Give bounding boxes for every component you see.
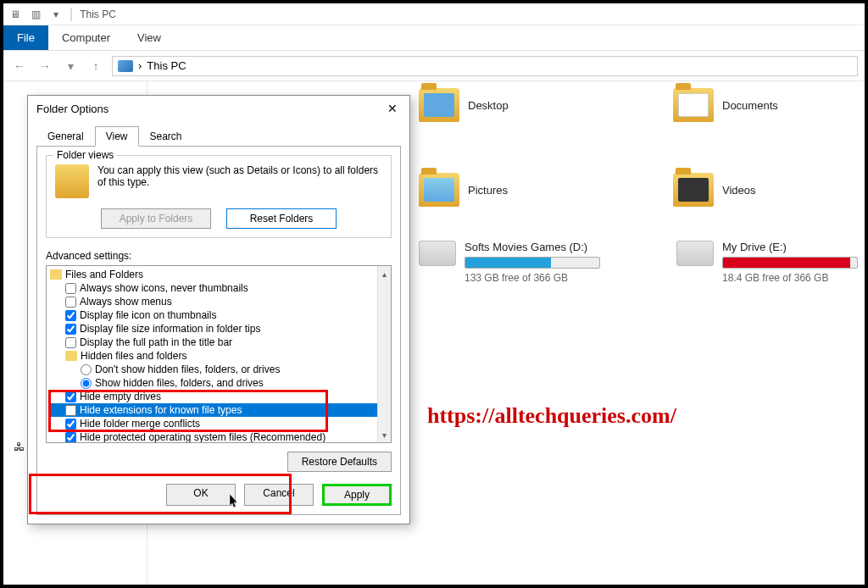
adv-display-file-icon[interactable]: Display file icon on thumbnails xyxy=(50,308,387,322)
drive-e[interactable]: My Drive (E:) 18.4 GB free of 366 GB xyxy=(676,241,858,284)
breadcrumb-chevron: › xyxy=(138,59,142,72)
tab-file[interactable]: File xyxy=(3,25,48,50)
dialog-tab-view[interactable]: View xyxy=(95,126,139,147)
folder-documents[interactable]: Documents xyxy=(673,88,843,122)
nav-up[interactable]: ↑ xyxy=(86,57,105,75)
drive-icon xyxy=(419,241,456,266)
folder-pictures[interactable]: Pictures xyxy=(419,173,588,207)
watermark: https://alltechqueries.com/ xyxy=(427,403,676,429)
checkbox[interactable] xyxy=(65,432,76,443)
nav-back[interactable]: ← xyxy=(10,57,29,75)
checkbox[interactable] xyxy=(65,405,76,416)
nav-forward[interactable]: → xyxy=(36,57,54,75)
folder-label: Pictures xyxy=(468,184,508,197)
checkbox[interactable] xyxy=(65,337,76,348)
folder-mini-icon xyxy=(65,351,77,361)
adv-hide-merge[interactable]: Hide folder merge conflicts xyxy=(50,417,387,430)
network-icon: 🖧 xyxy=(14,441,25,453)
folder-views-group: Folder views You can apply this view (su… xyxy=(46,155,392,238)
checkbox[interactable] xyxy=(65,283,76,294)
drive-free: 133 GB free of 366 GB xyxy=(465,272,600,284)
adv-hide-extensions[interactable]: Hide extensions for known file types xyxy=(50,403,387,417)
folder-label: Videos xyxy=(722,184,756,197)
close-icon[interactable]: ✕ xyxy=(384,100,401,117)
navbar: ← → ▾ ↑ › This PC xyxy=(3,51,865,81)
folder-label: Desktop xyxy=(468,99,509,112)
ribbon: File Computer View xyxy=(3,25,865,51)
pc-icon: 🖥 xyxy=(8,8,22,21)
folder-icon xyxy=(419,88,459,122)
drive-bar xyxy=(465,257,600,269)
drive-free: 18.4 GB free of 366 GB xyxy=(722,272,858,284)
tab-view[interactable]: View xyxy=(124,25,175,50)
restore-defaults-button[interactable]: Restore Defaults xyxy=(287,452,392,472)
nav-recent[interactable]: ▾ xyxy=(61,57,80,75)
drive-name: Softs Movies Games (D:) xyxy=(465,241,600,253)
titlebar: 🖥 ▥ ▾ | This PC xyxy=(3,3,865,25)
advanced-settings-box: Files and Folders Always show icons, nev… xyxy=(46,265,392,443)
adv-always-icons[interactable]: Always show icons, never thumbnails xyxy=(50,281,387,295)
address-bar[interactable]: › This PC xyxy=(112,56,858,76)
checkbox[interactable] xyxy=(65,324,76,335)
adv-display-file-size[interactable]: Display file size information in folder … xyxy=(50,322,387,336)
folder-videos[interactable]: Videos xyxy=(673,173,843,207)
dialog-tab-general[interactable]: General xyxy=(36,126,95,147)
folder-desktop[interactable]: Desktop xyxy=(419,88,588,122)
dialog-buttons: OK Cancel Apply xyxy=(46,484,392,506)
folder-mini-icon xyxy=(50,269,62,280)
adv-hide-empty[interactable]: Hide empty drives xyxy=(50,390,387,403)
advanced-settings-label: Advanced settings: xyxy=(46,250,392,262)
folder-icon xyxy=(673,173,714,207)
checkbox[interactable] xyxy=(65,419,76,430)
folder-views-icon xyxy=(55,164,89,198)
checkbox[interactable] xyxy=(65,297,76,308)
checkbox[interactable] xyxy=(65,310,76,321)
path-text: This PC xyxy=(147,59,186,72)
scroll-up-icon[interactable]: ▴ xyxy=(378,266,391,281)
adv-files-folders: Files and Folders xyxy=(50,268,387,281)
dialog-tabs: General View Search xyxy=(36,126,401,147)
drive-bar xyxy=(722,257,858,269)
adv-display-full-path[interactable]: Display the full path in the title bar xyxy=(50,336,387,349)
folder-views-text: You can apply this view (such as Details… xyxy=(97,164,382,188)
window-title: This PC xyxy=(80,8,116,20)
dialog-body: Folder views You can apply this view (su… xyxy=(36,146,401,515)
qat-dropdown-icon[interactable]: ▾ xyxy=(49,8,63,21)
drive-d[interactable]: Softs Movies Games (D:) 133 GB free of 3… xyxy=(419,241,600,284)
drive-name: My Drive (E:) xyxy=(722,241,858,253)
divider: | xyxy=(70,7,73,22)
apply-button[interactable]: Apply xyxy=(322,484,392,506)
cancel-button[interactable]: Cancel xyxy=(244,484,314,506)
cursor-icon xyxy=(229,494,241,509)
adv-hidden-files: Hidden files and folders xyxy=(50,349,387,363)
reset-folders-button[interactable]: Reset Folders xyxy=(226,208,337,229)
dialog-title-text: Folder Options xyxy=(36,103,108,115)
properties-icon[interactable]: ▥ xyxy=(29,8,42,21)
adv-show-hidden[interactable]: Show hidden files, folders, and drives xyxy=(50,376,387,390)
dialog-titlebar: Folder Options ✕ xyxy=(28,96,409,121)
advanced-settings-list[interactable]: Files and Folders Always show icons, nev… xyxy=(47,266,391,443)
drive-icon xyxy=(676,241,714,266)
dialog-tab-search[interactable]: Search xyxy=(139,126,193,147)
folder-views-legend: Folder views xyxy=(53,149,117,161)
adv-hide-protected[interactable]: Hide protected operating system files (R… xyxy=(50,430,387,443)
adv-always-menus[interactable]: Always show menus xyxy=(50,295,387,308)
folder-options-dialog: Folder Options ✕ General View Search Fol… xyxy=(27,95,410,524)
folder-icon xyxy=(419,173,459,207)
folder-label: Documents xyxy=(722,99,778,112)
adv-dont-show-hidden[interactable]: Don't show hidden files, folders, or dri… xyxy=(50,363,387,376)
ok-button[interactable]: OK xyxy=(166,484,236,506)
radio[interactable] xyxy=(81,364,92,375)
scrollbar[interactable]: ▴ ▾ xyxy=(377,266,391,442)
apply-to-folders-button[interactable]: Apply to Folders xyxy=(101,208,211,229)
radio[interactable] xyxy=(81,378,92,389)
pc-path-icon xyxy=(118,60,133,72)
scroll-down-icon[interactable]: ▾ xyxy=(378,427,391,442)
checkbox[interactable] xyxy=(65,391,76,402)
folder-icon xyxy=(673,88,714,122)
tab-computer[interactable]: Computer xyxy=(48,25,124,50)
